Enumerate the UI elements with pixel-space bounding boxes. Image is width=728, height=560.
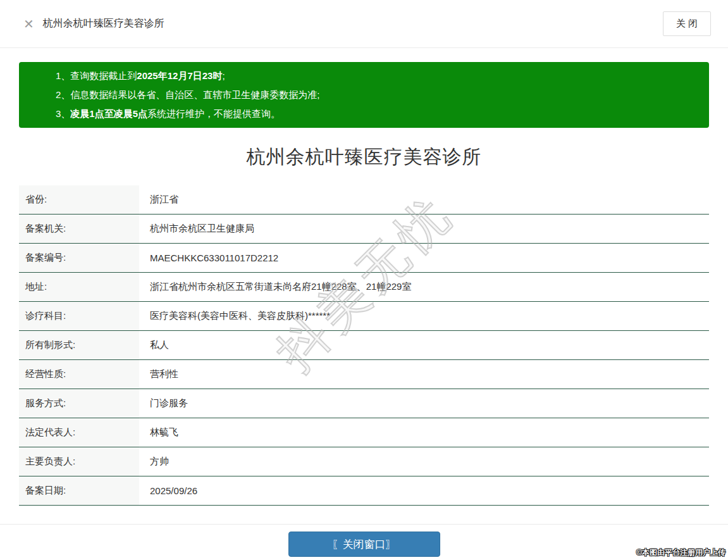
row-value: 医疗美容科(美容中医科、美容皮肤科)****** — [139, 302, 709, 330]
row-label: 法定代表人: — [19, 418, 139, 447]
row-value: 浙江省杭州市余杭区五常街道未尚名府21幢228室、21幢229室 — [139, 273, 709, 301]
notice-line-3-text: 3、 — [56, 108, 70, 119]
row-label: 服务方式: — [19, 389, 139, 418]
table-row-registration-date: 备案日期: 2025/09/26 — [19, 476, 709, 506]
notice-line-2-text: 2、信息数据结果以各省、自治区、直辖市卫生健康委数据为准; — [56, 89, 320, 100]
row-label: 诊疗科目: — [19, 302, 139, 330]
footer: 〖关闭窗口〗 — [0, 525, 728, 557]
table-row-service-mode: 服务方式: 门诊服务 — [19, 389, 709, 418]
notice-line-3: 3、凌晨1点至凌晨5点系统进行维护，不能提供查询。 — [56, 104, 696, 123]
notice-line-1-text: 1、查询数据截止到 — [56, 70, 137, 81]
row-label: 省份: — [19, 185, 139, 214]
row-value: MAECHKKC633011017D2212 — [139, 244, 709, 272]
row-label: 备案机关: — [19, 215, 139, 243]
window-header: ✕ 杭州余杭叶臻医疗美容诊所 关 闭 — [0, 0, 728, 48]
row-value: 营利性 — [139, 360, 709, 389]
notice-box: 1、查询数据截止到2025年12月7日23时; 2、信息数据结果以各省、自治区、… — [19, 62, 709, 128]
row-label: 所有制形式: — [19, 331, 139, 359]
table-row-ownership-form: 所有制形式: 私人 — [19, 331, 709, 360]
clinic-name-title: 杭州余杭叶臻医疗美容诊所 — [0, 144, 728, 170]
row-label: 地址: — [19, 273, 139, 301]
table-row-legal-representative: 法定代表人: 林毓飞 — [19, 418, 709, 447]
row-value: 林毓飞 — [139, 418, 709, 447]
window-title: 杭州余杭叶臻医疗美容诊所 — [43, 17, 663, 30]
row-label: 备案日期: — [19, 476, 139, 505]
table-row-registration-number: 备案编号: MAECHKKC633011017D2212 — [19, 244, 709, 273]
notice-line-2: 2、信息数据结果以各省、自治区、直辖市卫生健康委数据为准; — [56, 85, 696, 104]
row-value: 杭州市余杭区卫生健康局 — [139, 215, 709, 243]
notice-line-1: 1、查询数据截止到2025年12月7日23时; — [56, 66, 696, 85]
notice-line-1-bold: 2025年12月7日23时 — [137, 70, 222, 81]
row-value: 门诊服务 — [139, 389, 709, 418]
table-row-registration-authority: 备案机关: 杭州市余杭区卫生健康局 — [19, 215, 709, 244]
notice-line-3-post: 系统进行维护，不能提供查询。 — [147, 108, 280, 119]
row-label: 经营性质: — [19, 360, 139, 389]
close-button[interactable]: 关 闭 — [663, 11, 711, 36]
row-value: 浙江省 — [139, 185, 709, 214]
table-row-main-person-in-charge: 主要负责人: 方帅 — [19, 447, 709, 476]
close-x-icon[interactable]: ✕ — [23, 18, 34, 30]
table-row-business-nature: 经营性质: 营利性 — [19, 360, 709, 389]
row-value: 私人 — [139, 331, 709, 359]
detail-table: 省份: 浙江省 备案机关: 杭州市余杭区卫生健康局 备案编号: MAECHKKC… — [19, 185, 709, 506]
table-row-province: 省份: 浙江省 — [19, 185, 709, 215]
notice-line-3-bold: 凌晨1点至凌晨5点 — [70, 108, 147, 119]
row-value: 方帅 — [139, 447, 709, 476]
close-window-button[interactable]: 〖关闭窗口〗 — [288, 532, 440, 557]
notice-line-1-post: ; — [222, 70, 225, 81]
table-row-address: 地址: 浙江省杭州市余杭区五常街道未尚名府21幢228室、21幢229室 — [19, 273, 709, 302]
row-label: 备案编号: — [19, 244, 139, 272]
row-value: 2025/09/26 — [139, 476, 709, 505]
row-label: 主要负责人: — [19, 447, 139, 476]
table-row-treatment-subjects: 诊疗科目: 医疗美容科(美容中医科、美容皮肤科)****** — [19, 302, 709, 331]
attribution-text: ©本图由平台注册用户上传 — [636, 547, 725, 558]
